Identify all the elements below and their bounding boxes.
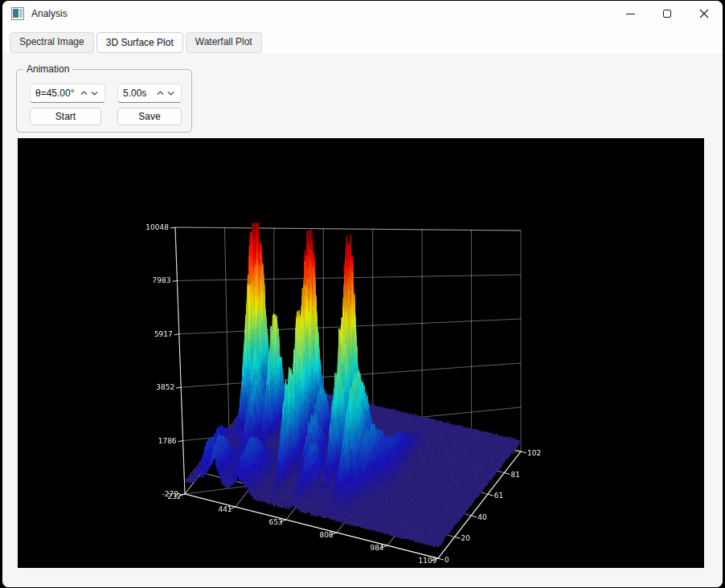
surface-plot-area (18, 138, 704, 568)
tab-strip: Spectral Image 3D Surface Plot Waterfall… (2, 27, 723, 53)
window-title: Analysis (31, 8, 68, 19)
surface-plot-canvas[interactable] (18, 138, 704, 568)
angle-spin-down-button[interactable] (89, 88, 100, 99)
maximize-button[interactable] (649, 1, 686, 27)
tab-spectral-image[interactable]: Spectral Image (10, 32, 94, 53)
tab-page-content: Animation θ=45.00° 5.00s (2, 53, 723, 587)
duration-spin-up-button[interactable] (155, 88, 166, 99)
angle-spinbox[interactable]: θ=45.00° (30, 84, 105, 103)
chevron-down-icon (167, 91, 174, 96)
title-bar: Analysis (2, 1, 723, 27)
close-button[interactable] (686, 1, 723, 27)
window-controls (612, 1, 723, 27)
chevron-up-icon (157, 91, 164, 96)
animation-groupbox-title: Animation (23, 63, 72, 75)
angle-spin-up-button[interactable] (79, 88, 89, 99)
app-icon (11, 7, 24, 20)
duration-spinbox-value: 5.00s (123, 88, 155, 99)
angle-spinbox-value: θ=45.00° (35, 88, 79, 99)
minimize-button[interactable] (612, 1, 649, 27)
tab-waterfall-plot[interactable]: Waterfall Plot (186, 32, 262, 53)
duration-spinbox[interactable]: 5.00s (117, 84, 182, 103)
start-button[interactable]: Start (30, 108, 101, 125)
chevron-up-icon (80, 91, 88, 96)
chevron-down-icon (91, 91, 98, 96)
close-icon (699, 9, 709, 18)
save-button[interactable]: Save (117, 108, 182, 125)
animation-groupbox: Animation θ=45.00° 5.00s (16, 69, 192, 133)
app-window: Analysis Spectral Image 3D Surface Plot … (2, 1, 723, 587)
duration-spin-down-button[interactable] (166, 88, 176, 99)
maximize-icon (663, 10, 671, 18)
tab-3d-surface-plot[interactable]: 3D Surface Plot (96, 32, 183, 53)
minimize-icon (626, 14, 635, 14)
